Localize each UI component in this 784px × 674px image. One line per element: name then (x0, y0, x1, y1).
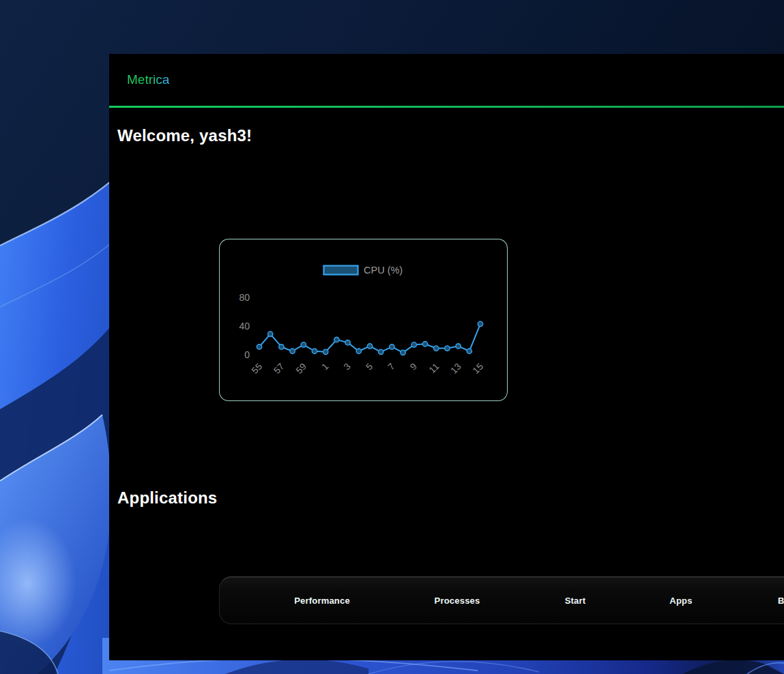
svg-text:9: 9 (408, 362, 419, 372)
welcome-heading: Welcome, yash3! (117, 126, 252, 145)
accent-divider (109, 106, 784, 108)
svg-text:CPU (%): CPU (%) (364, 265, 403, 276)
navbar: Metrica (109, 54, 784, 106)
tab-processes[interactable]: Processes (435, 596, 480, 606)
applications-heading: Applications (117, 488, 217, 508)
svg-text:80: 80 (239, 292, 250, 303)
bottom-tabbar: Performance Processes Start Apps B (219, 576, 784, 624)
svg-text:1: 1 (319, 362, 330, 372)
svg-text:0: 0 (244, 349, 250, 360)
cpu-chart-card: CPU (%)0408055575913579111315 (219, 239, 508, 401)
svg-text:15: 15 (471, 362, 485, 376)
tab-apps[interactable]: Apps (669, 596, 692, 606)
svg-text:13: 13 (448, 362, 463, 376)
svg-text:3: 3 (342, 362, 353, 372)
app-window: Metrica Welcome, yash3! CPU (%)040805557… (109, 54, 784, 660)
svg-text:55: 55 (250, 362, 264, 376)
svg-text:5: 5 (364, 362, 375, 372)
svg-text:7: 7 (386, 362, 397, 372)
svg-text:40: 40 (239, 321, 250, 332)
svg-text:59: 59 (294, 362, 308, 376)
svg-text:11: 11 (427, 362, 441, 376)
tab-b-partial[interactable]: B (778, 596, 784, 606)
tab-performance[interactable]: Performance (294, 596, 350, 606)
svg-text:57: 57 (272, 362, 286, 376)
brand-title: Metrica (127, 72, 169, 87)
tab-start[interactable]: Start (565, 596, 586, 606)
cpu-chart: CPU (%)0408055575913579111315 (220, 239, 507, 400)
